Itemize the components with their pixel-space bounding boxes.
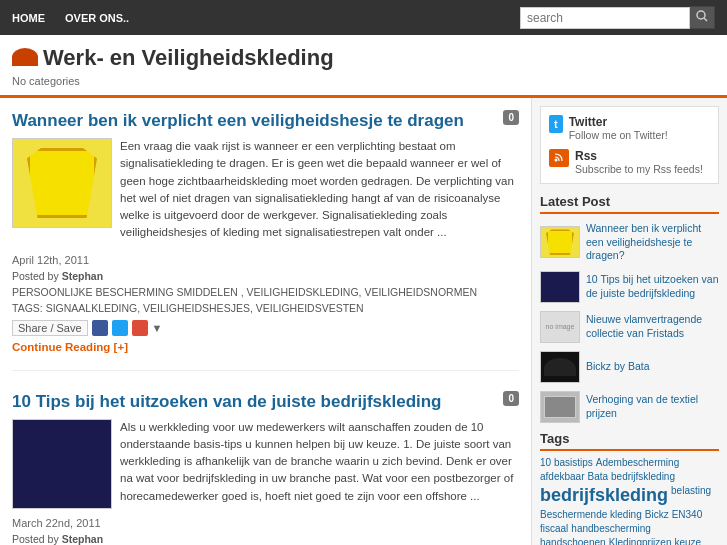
article-2-body: Als u werkkleding voor uw medewerkers wi… (120, 419, 519, 511)
latest-post-thumb-3: no image (540, 311, 580, 343)
latest-post-item-3[interactable]: no image Nieuwe vlamvertragende collecti… (540, 311, 719, 343)
search-button[interactable] (690, 6, 715, 29)
tag-kledingprijzen[interactable]: Kledingprijzen (609, 537, 672, 545)
rss-subtitle[interactable]: Subscribe to my Rss feeds! (575, 163, 703, 175)
latest-posts-title: Latest Post (540, 194, 719, 214)
article-1-author: Posted by Stephan (12, 270, 519, 282)
article-1-tags: TAGS: SIGNAALKLEDING, VEILIGHEIDSHESJES,… (12, 302, 519, 314)
sidebar: t Twitter Follow me on Twitter! Rss Subs (532, 98, 727, 545)
latest-post-text-2: 10 Tips bij het uitzoeken van de juiste … (586, 273, 719, 300)
tags-container: 10 basistips Adembescherming afdekbaar B… (540, 457, 719, 545)
tag-beschermende[interactable]: Beschermende kleding (540, 509, 642, 520)
tag-bedrijfskleding-large[interactable]: bedrijfskleding (540, 485, 668, 506)
svg-point-2 (555, 159, 558, 162)
article-1-share-bar: Share / Save ▼ (12, 320, 519, 336)
svg-point-0 (697, 11, 705, 19)
twitter-info: Twitter Follow me on Twitter! (569, 115, 668, 141)
tag-en340[interactable]: EN340 (672, 509, 703, 520)
latest-post-thumb-4 (540, 351, 580, 383)
continue-reading-link-1[interactable]: Continue Reading [+] (12, 341, 128, 353)
latest-post-text-3: Nieuwe vlamvertragende collectie van Fri… (586, 313, 719, 340)
article-2-comment-count: 0 (503, 391, 519, 406)
latest-post-thumb-5 (540, 391, 580, 423)
article-2-date: March 22nd, 2011 (12, 517, 519, 529)
nav-links: HOME OVER ONS.. (12, 12, 129, 24)
article-2-text: Als u werkkleding voor uw medewerkers wi… (120, 419, 519, 505)
article-1: Wanneer ben ik verplicht een veiligheids… (12, 110, 519, 371)
tag-bickz[interactable]: Bickz (645, 509, 669, 520)
article-1-body: Een vraag die vaak rijst is wanneer er e… (120, 138, 519, 248)
tag-belasting[interactable]: belasting (671, 485, 711, 506)
twitter-block: t Twitter Follow me on Twitter! (549, 115, 710, 141)
twitter-share-icon[interactable] (112, 320, 128, 336)
latest-suit-icon (549, 273, 571, 301)
latest-post-item-1[interactable]: Wanneer ben ik verplicht een veiligheids… (540, 222, 719, 263)
share-more[interactable]: ▼ (152, 322, 163, 334)
rss-icon (549, 149, 569, 167)
nav-item-about[interactable]: OVER ONS.. (65, 12, 129, 24)
tag-afdekbaar[interactable]: afdekbaar (540, 471, 584, 482)
rss-title: Rss (575, 149, 703, 163)
latest-post-item-2[interactable]: 10 Tips bij het uitzoeken van de juiste … (540, 271, 719, 303)
article-1-title[interactable]: Wanneer ben ik verplicht een veiligheids… (12, 110, 519, 132)
rss-info: Rss Subscribe to my Rss feeds! (575, 149, 703, 175)
twitter-title: Twitter (569, 115, 668, 129)
facebook-icon[interactable] (92, 320, 108, 336)
article-1-date: April 12th, 2011 (12, 254, 519, 266)
tag-fiscaal[interactable]: fiscaal (540, 523, 568, 534)
no-image-label: no image (546, 323, 575, 330)
latest-post-thumb-2 (540, 271, 580, 303)
nav-item-home[interactable]: HOME (12, 12, 45, 24)
latest-post-item-5[interactable]: Verhoging van de textiel prijzen (540, 391, 719, 423)
article-2-thumbnail (12, 419, 112, 509)
social-links-box: t Twitter Follow me on Twitter! Rss Subs (540, 106, 719, 184)
article-1-categories: PERSOONLIJKE BESCHERMING SMIDDELEN , VEI… (12, 286, 519, 298)
search-input[interactable] (520, 7, 690, 29)
twitter-icon: t (549, 115, 563, 133)
search-icon (696, 10, 708, 22)
categories-bar: No categories (12, 75, 715, 87)
tag-handschoenen[interactable]: handschoenen (540, 537, 606, 545)
site-logo-icon (12, 48, 38, 66)
content-area: Wanneer ben ik verplicht een veiligheids… (0, 98, 532, 545)
latest-post-text-1: Wanneer ben ik verplicht een veiligheids… (586, 222, 719, 263)
svg-line-1 (704, 18, 707, 21)
tag-bedrijfskleding-small[interactable]: bedrijfskleding (611, 471, 675, 482)
tag-adembescherming[interactable]: Adembescherming (596, 457, 679, 468)
latest-posts-section: Latest Post Wanneer ben ik verplicht een… (540, 194, 719, 423)
latest-shoe-icon (544, 358, 576, 376)
article-1-text: Een vraag die vaak rijst is wanneer er e… (120, 138, 519, 242)
tags-section: Tags 10 basistips Adembescherming afdekb… (540, 431, 719, 545)
article-2-author: Posted by Stephan (12, 533, 519, 545)
search-box (520, 6, 715, 29)
tag-basistips[interactable]: 10 basistips (540, 457, 593, 468)
latest-post-text-4: Bickz by Bata (586, 360, 650, 374)
top-navigation: HOME OVER ONS.. (0, 0, 727, 35)
googleplus-icon[interactable] (132, 320, 148, 336)
twitter-subtitle[interactable]: Follow me on Twitter! (569, 129, 668, 141)
latest-post-text-5: Verhoging van de textiel prijzen (586, 393, 719, 420)
article-2: 10 Tips bij het uitzoeken van de juiste … (12, 391, 519, 545)
article-2-header: Als u werkkleding voor uw medewerkers wi… (12, 419, 519, 511)
tag-keuze[interactable]: keuze (674, 537, 701, 545)
tags-title: Tags (540, 431, 719, 451)
article-1-comment-count: 0 (503, 110, 519, 125)
tag-handbescherming[interactable]: handbescherming (571, 523, 651, 534)
tag-bata[interactable]: Bata (587, 471, 608, 482)
site-header: Werk- en Veiligheidskleding No categorie… (0, 35, 727, 98)
latest-vest-icon (546, 229, 574, 255)
site-title: Werk- en Veiligheidskleding (12, 45, 715, 71)
article-1-thumbnail (12, 138, 112, 228)
rss-symbol (554, 152, 564, 162)
article-2-title[interactable]: 10 Tips bij het uitzoeken van de juiste … (12, 391, 519, 413)
latest-post-item-4[interactable]: Bickz by Bata (540, 351, 719, 383)
main-layout: Wanneer ben ik verplicht een veiligheids… (0, 98, 727, 545)
latest-stripe-icon (544, 396, 576, 418)
article-1-header: Een vraag die vaak rijst is wanneer er e… (12, 138, 519, 248)
latest-post-thumb-1 (540, 226, 580, 258)
suit-icon (35, 428, 90, 500)
share-label[interactable]: Share / Save (12, 320, 88, 336)
rss-block: Rss Subscribe to my Rss feeds! (549, 149, 710, 175)
vest-icon (27, 148, 97, 218)
